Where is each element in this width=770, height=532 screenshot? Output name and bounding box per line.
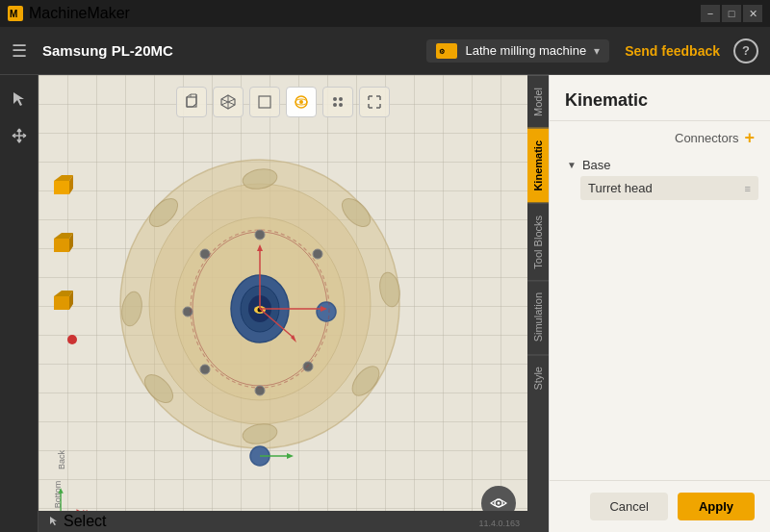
svg-point-72 [498,502,500,505]
main-area: Bottom Back X Select 11.4.0.163 [0,75,770,532]
tree-item-base-label: Base [582,158,611,172]
svg-point-41 [303,362,313,371]
titlebar: M MachineMaker − □ ✕ [0,0,770,27]
svg-point-19 [333,103,337,107]
svg-point-39 [313,249,322,259]
tab-tool-blocks[interactable]: Tool Blocks [527,203,549,281]
orange-cube-2-icon [46,229,77,260]
tab-model[interactable]: Model [527,75,549,128]
svg-marker-55 [287,453,294,459]
dot-view-button[interactable] [322,87,353,117]
cube-shape-2 [46,229,77,264]
expand-icon [366,93,383,111]
tree-item-menu-icon[interactable]: ≡ [745,183,751,194]
cube-front-icon [183,93,200,111]
svg-point-18 [339,97,343,101]
select-label: Select [64,513,106,530]
expand-view-button[interactable] [359,87,390,117]
machine-icon: ⚙ [436,43,457,59]
orange-cube-icon [46,171,77,202]
right-panel: Kinematic Connectors + ▼ Base Turret hea… [549,75,770,532]
version-label: 11.4.0.163 [478,519,520,528]
svg-point-38 [255,230,265,240]
cube-top-icon [256,93,273,111]
tree-item-turret-head[interactable]: Turret head ≡ [580,176,758,200]
tree-arrow-icon: ▼ [567,160,577,170]
add-connector-button[interactable]: + [744,129,755,146]
svg-rect-13 [259,96,270,108]
connectors-label: Connectors [675,131,738,145]
viewport[interactable]: Bottom Back X Select 11.4.0.163 [38,75,527,532]
select-tool[interactable] [5,85,34,114]
svg-point-43 [200,365,210,374]
select-bar: Select [38,511,527,532]
svg-point-46 [317,302,336,321]
move-tool[interactable] [5,121,34,150]
chevron-down-icon[interactable]: ▾ [594,44,600,58]
minimize-button[interactable]: − [701,5,720,22]
eye-icon [489,494,508,513]
titlebar-left: M MachineMaker [8,5,130,22]
svg-marker-57 [54,181,69,194]
help-button[interactable]: ? [733,38,758,63]
svg-marker-60 [54,239,69,252]
svg-text:⚙: ⚙ [439,48,445,55]
tab-kinematic[interactable]: Kinematic [527,128,549,203]
orange-cube-3-icon [46,287,77,317]
svg-point-17 [333,97,337,101]
svg-point-45 [200,249,210,259]
cube-iso-icon [219,93,237,111]
red-indicator [67,335,77,344]
apply-button[interactable]: Apply [678,493,755,520]
back-label: Back [57,450,66,469]
side-tabs: Model Kinematic Tool Blocks Simulation S… [527,75,549,532]
machine-logo-icon: ⚙ [438,45,455,57]
tree-child-label: Turret head [588,181,653,195]
send-feedback-button[interactable]: Send feedback [625,43,720,59]
titlebar-title: MachineMaker [29,5,130,22]
app-icon: M [8,6,23,21]
machine-selector[interactable]: ⚙ Lathe milling machine ▾ [426,39,609,63]
view-icons [176,87,390,117]
front-view-button[interactable] [176,87,207,117]
iso-view-button[interactable] [213,87,244,117]
menu-icon[interactable]: ☰ [12,40,27,62]
top-view-button[interactable] [249,87,280,117]
dot-grid-icon [329,93,346,111]
panel-footer: Cancel Apply [550,480,770,532]
machine-3d-view [82,121,448,487]
connectors-bar: Connectors + [550,121,770,146]
sphere-view-button[interactable] [286,87,317,117]
machine-label: Lathe milling machine [465,43,586,58]
svg-marker-63 [54,296,69,310]
panel-header: Kinematic [550,75,770,121]
cube-shape-1 [46,171,77,206]
cube-shape-3 [46,287,77,321]
left-toolbar [0,75,38,532]
app-title: Samsung PL-20MC [42,42,426,59]
move-icon [11,127,28,144]
close-button[interactable]: ✕ [743,5,762,22]
cursor-small-icon [48,516,60,527]
cursor-icon [11,90,28,108]
sphere-icon [293,93,310,111]
kinematic-tree: ▼ Base Turret head ≡ [550,146,770,480]
svg-point-20 [339,103,343,107]
tab-simulation[interactable]: Simulation [527,280,549,353]
svg-text:M: M [10,9,17,19]
tree-item-base[interactable]: ▼ Base [561,154,758,176]
maximize-button[interactable]: □ [722,5,741,22]
header: ☰ Samsung PL-20MC ⚙ Lathe milling machin… [0,27,770,75]
tab-style[interactable]: Style [527,354,549,401]
titlebar-controls: − □ ✕ [701,5,762,22]
svg-marker-70 [58,488,63,493]
panel-title: Kinematic [565,90,648,110]
cancel-button[interactable]: Cancel [590,493,667,520]
svg-point-16 [299,100,303,104]
